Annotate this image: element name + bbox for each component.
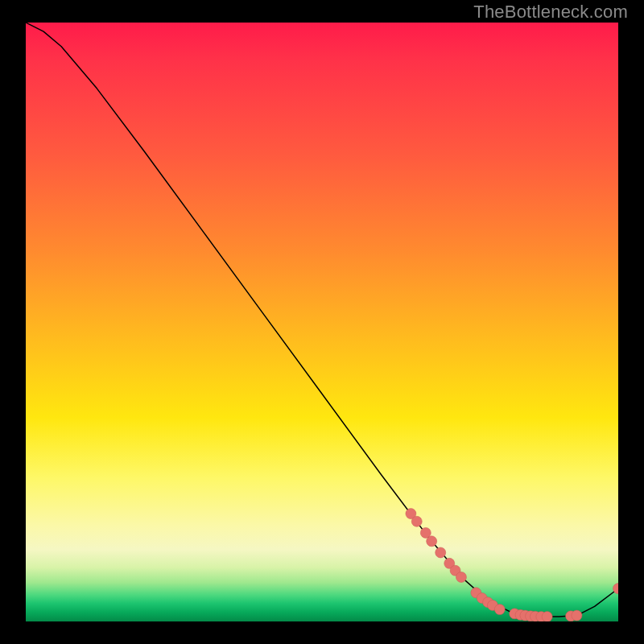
- chart-overlay: [26, 23, 618, 621]
- curve-markers: [406, 509, 618, 621]
- watermark-text: TheBottleneck.com: [473, 2, 628, 23]
- chart-plot-area: [26, 23, 618, 621]
- curve-marker: [494, 605, 505, 615]
- curve-marker: [427, 536, 437, 547]
- curve-marker: [542, 612, 552, 621]
- bottleneck-curve: [26, 23, 618, 617]
- curve-marker: [572, 610, 582, 621]
- curve-marker: [411, 516, 422, 526]
- curve-marker: [436, 547, 446, 558]
- curve-marker: [456, 572, 466, 582]
